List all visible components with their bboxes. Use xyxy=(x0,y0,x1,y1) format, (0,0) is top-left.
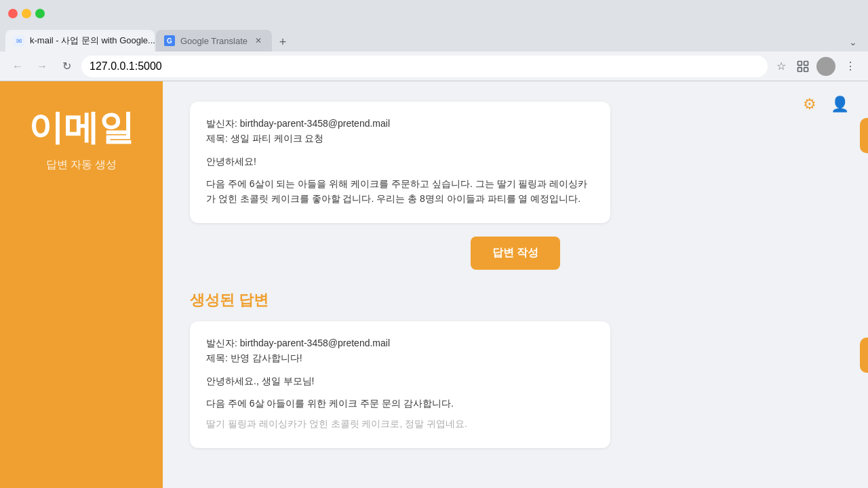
svg-rect-1 xyxy=(804,61,808,65)
menu-button[interactable]: ⋮ xyxy=(841,57,860,76)
reply-subject-label: 제목: xyxy=(206,352,228,363)
email-card-area: 발신자: birthday-parent-3458@pretend.mail 제… xyxy=(190,102,841,223)
subject-label: 제목: xyxy=(206,133,228,144)
mail-favicon-icon: ✉ xyxy=(14,35,24,46)
user-avatar[interactable] xyxy=(816,57,835,76)
app-subtitle: 답변 자동 생성 xyxy=(46,158,117,172)
email-body: 다음 주에 6살이 되는 아들을 위해 케이크를 주문하고 싶습니다. 그는 딸… xyxy=(206,176,594,207)
reply-greeting: 안녕하세요., 생일 부모님! xyxy=(206,375,594,388)
extensions-icon[interactable] xyxy=(795,58,811,75)
tab-mail[interactable]: ✉ k-mail - 사업 문의 with Google... ✕ xyxy=(5,30,155,52)
reply-sender-label: 발신자: xyxy=(206,338,237,348)
tab-mail-label: k-mail - 사업 문의 with Google... xyxy=(30,35,155,47)
reply-sender-value: birthday-parent-3458@pretend.mail xyxy=(240,338,390,348)
reply-subject-line: 제목: 반영 감사합니다! xyxy=(206,352,594,365)
upload-button[interactable] xyxy=(860,118,868,153)
svg-rect-2 xyxy=(804,67,808,71)
sender-label: 발신자: xyxy=(206,118,237,129)
tab-expand-button[interactable]: ⌄ xyxy=(844,33,863,52)
reply-card: 발신자: birthday-parent-3458@pretend.mail 제… xyxy=(190,321,610,448)
tabs-bar: ✉ k-mail - 사업 문의 with Google... ✕ G Goog… xyxy=(0,27,868,52)
title-bar xyxy=(0,0,868,27)
window-controls xyxy=(8,9,45,18)
svg-rect-0 xyxy=(798,61,802,65)
tab-translate-label: Google Translate xyxy=(180,36,248,46)
tab-translate-close-button[interactable]: ✕ xyxy=(253,35,264,46)
close-window-button[interactable] xyxy=(8,9,18,18)
reply-card-area: 발신자: birthday-parent-3458@pretend.mail 제… xyxy=(190,321,841,448)
new-tab-button[interactable]: + xyxy=(273,33,292,52)
email-sender-line: 발신자: birthday-parent-3458@pretend.mail xyxy=(206,118,594,130)
minimize-window-button[interactable] xyxy=(22,9,31,18)
email-greeting: 안녕하세요! xyxy=(206,156,594,168)
reply-button[interactable]: 답변 작성 xyxy=(471,237,560,270)
app-container: 이메일 답변 자동 생성 ⚙ 👤 발신자: birthday-parent-34… xyxy=(0,81,868,488)
browser-window: ✉ k-mail - 사업 문의 with Google... ✕ G Goog… xyxy=(0,0,868,81)
refresh-button[interactable]: ↻ xyxy=(57,57,76,76)
url-bar[interactable]: 127.0.0.1:5000 xyxy=(81,56,768,77)
forward-button[interactable]: → xyxy=(33,57,52,76)
reply-body-line1: 다음 주에 6살 아들이를 위한 케이크 주문 문의 감사합니다. xyxy=(206,396,594,411)
reply-body-line2: 딸기 필링과 레이싱카가 얹힌 초콜릿 케이크로, 정말 귀엽네요. xyxy=(206,416,594,431)
bookmark-icon[interactable]: ☆ xyxy=(773,58,789,75)
sender-value: birthday-parent-3458@pretend.mail xyxy=(240,118,390,129)
tab-translate[interactable]: G Google Translate ✕ xyxy=(156,30,272,52)
sidebar: 이메일 답변 자동 생성 xyxy=(0,81,163,488)
maximize-window-button[interactable] xyxy=(35,9,45,18)
address-bar: ← → ↻ 127.0.0.1:5000 ☆ ⋮ xyxy=(0,52,868,81)
translate-favicon-icon: G xyxy=(164,35,175,46)
email-subject-line: 제목: 생일 파티 케이크 요청 xyxy=(206,133,594,145)
svg-rect-3 xyxy=(798,67,802,71)
email-card: 발신자: birthday-parent-3458@pretend.mail 제… xyxy=(190,102,610,223)
generated-section: 생성된 답변 발신자: birthday-parent-3458@pretend… xyxy=(190,290,841,448)
copy-button[interactable] xyxy=(860,338,868,373)
app-title: 이메일 xyxy=(28,108,134,147)
reply-subject-value: 반영 감사합니다! xyxy=(231,352,302,363)
reply-sender-line: 발신자: birthday-parent-3458@pretend.mail xyxy=(206,338,594,350)
subject-value: 생일 파티 케이크 요청 xyxy=(231,133,324,144)
generated-section-title: 생성된 답변 xyxy=(190,290,841,310)
main-content: ⚙ 👤 발신자: birthday-parent-3458@pretend.ma… xyxy=(163,81,868,488)
url-text: 127.0.0.1:5000 xyxy=(90,60,162,73)
back-button[interactable]: ← xyxy=(8,57,27,76)
